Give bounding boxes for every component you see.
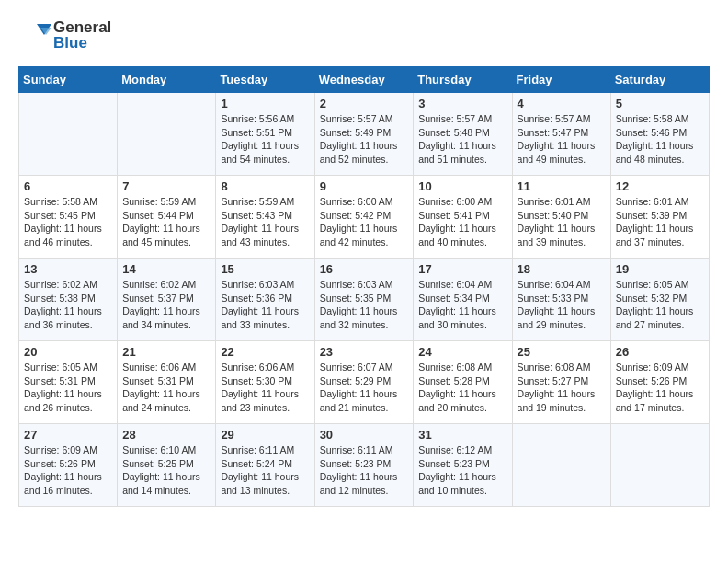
day-cell: 30Sunrise: 6:11 AMSunset: 5:23 PMDayligh… [314,424,414,507]
day-number: 14 [122,262,210,276]
week-row-1: 1Sunrise: 5:56 AMSunset: 5:51 PMDaylight… [19,93,710,176]
day-cell: 20Sunrise: 6:05 AMSunset: 5:31 PMDayligh… [19,341,118,424]
day-cell: 7Sunrise: 5:59 AMSunset: 5:44 PMDaylight… [118,176,216,259]
day-cell: 15Sunrise: 6:03 AMSunset: 5:36 PMDayligh… [216,259,314,341]
day-info: Sunrise: 5:58 AMSunset: 5:46 PMDaylight:… [616,112,704,167]
day-info: Sunrise: 5:57 AMSunset: 5:49 PMDaylight:… [320,112,409,167]
week-row-4: 20Sunrise: 6:05 AMSunset: 5:31 PMDayligh… [19,341,710,424]
day-cell: 4Sunrise: 5:57 AMSunset: 5:47 PMDaylight… [512,93,610,176]
day-number: 16 [320,262,409,276]
day-info: Sunrise: 6:00 AMSunset: 5:41 PMDaylight:… [418,195,506,249]
header-thursday: Thursday [414,67,512,93]
day-cell: 17Sunrise: 6:04 AMSunset: 5:34 PMDayligh… [414,259,512,341]
day-cell [610,424,709,507]
page-header: General Blue [18,18,710,52]
day-number: 1 [221,97,309,110]
day-cell: 2Sunrise: 5:57 AMSunset: 5:49 PMDaylight… [314,93,414,176]
day-cell: 12Sunrise: 6:01 AMSunset: 5:39 PMDayligh… [610,176,709,259]
day-number: 10 [418,179,506,193]
day-info: Sunrise: 6:02 AMSunset: 5:38 PMDaylight:… [24,278,112,332]
day-number: 26 [616,345,704,359]
day-cell: 14Sunrise: 6:02 AMSunset: 5:37 PMDayligh… [118,259,216,341]
day-info: Sunrise: 6:11 AMSunset: 5:24 PMDaylight:… [221,443,309,498]
logo-blue: Blue [53,34,87,52]
day-info: Sunrise: 6:01 AMSunset: 5:39 PMDaylight:… [616,195,704,249]
week-row-2: 6Sunrise: 5:58 AMSunset: 5:45 PMDaylight… [19,176,710,259]
day-number: 22 [221,345,309,359]
day-info: Sunrise: 6:08 AMSunset: 5:28 PMDaylight:… [418,361,506,415]
day-number: 15 [221,262,309,276]
day-cell: 28Sunrise: 6:10 AMSunset: 5:25 PMDayligh… [118,424,216,507]
day-info: Sunrise: 5:59 AMSunset: 5:44 PMDaylight:… [122,195,210,249]
day-info: Sunrise: 6:06 AMSunset: 5:31 PMDaylight:… [122,361,210,415]
day-info: Sunrise: 6:08 AMSunset: 5:27 PMDaylight:… [518,361,606,415]
day-number: 20 [24,345,112,359]
day-cell: 8Sunrise: 5:59 AMSunset: 5:43 PMDaylight… [216,176,314,259]
calendar-table: SundayMondayTuesdayWednesdayThursdayFrid… [18,66,710,507]
day-number: 30 [320,428,409,442]
day-number: 27 [24,428,112,442]
day-cell: 21Sunrise: 6:06 AMSunset: 5:31 PMDayligh… [118,341,216,424]
day-info: Sunrise: 6:05 AMSunset: 5:31 PMDaylight:… [24,361,112,415]
day-cell: 3Sunrise: 5:57 AMSunset: 5:48 PMDaylight… [414,93,512,176]
day-info: Sunrise: 6:03 AMSunset: 5:35 PMDaylight:… [320,278,409,332]
day-number: 9 [320,179,409,193]
day-number: 4 [518,97,606,110]
day-info: Sunrise: 6:09 AMSunset: 5:26 PMDaylight:… [616,361,704,415]
day-number: 3 [418,97,506,110]
day-number: 2 [320,97,409,110]
day-info: Sunrise: 6:00 AMSunset: 5:42 PMDaylight:… [320,195,409,249]
day-cell: 6Sunrise: 5:58 AMSunset: 5:45 PMDaylight… [19,176,118,259]
day-info: Sunrise: 6:03 AMSunset: 5:36 PMDaylight:… [221,278,309,332]
day-info: Sunrise: 6:04 AMSunset: 5:33 PMDaylight:… [518,278,606,332]
day-cell: 31Sunrise: 6:12 AMSunset: 5:23 PMDayligh… [414,424,512,507]
day-info: Sunrise: 6:11 AMSunset: 5:23 PMDaylight:… [320,443,409,498]
day-cell [512,424,610,507]
logo-bird-icon [18,18,51,52]
day-cell: 11Sunrise: 6:01 AMSunset: 5:40 PMDayligh… [512,176,610,259]
day-info: Sunrise: 6:12 AMSunset: 5:23 PMDaylight:… [418,443,506,498]
day-info: Sunrise: 6:04 AMSunset: 5:34 PMDaylight:… [418,278,506,332]
day-cell: 26Sunrise: 6:09 AMSunset: 5:26 PMDayligh… [610,341,709,424]
day-number: 11 [518,179,606,193]
day-cell: 5Sunrise: 5:58 AMSunset: 5:46 PMDaylight… [610,93,709,176]
day-cell: 19Sunrise: 6:05 AMSunset: 5:32 PMDayligh… [610,259,709,341]
day-cell: 13Sunrise: 6:02 AMSunset: 5:38 PMDayligh… [19,259,118,341]
day-info: Sunrise: 5:59 AMSunset: 5:43 PMDaylight:… [221,195,309,249]
header-friday: Friday [512,67,610,93]
day-cell: 27Sunrise: 6:09 AMSunset: 5:26 PMDayligh… [19,424,118,507]
day-number: 6 [24,179,112,193]
day-info: Sunrise: 5:58 AMSunset: 5:45 PMDaylight:… [24,195,112,249]
day-info: Sunrise: 6:06 AMSunset: 5:30 PMDaylight:… [221,361,309,415]
day-number: 21 [122,345,210,359]
day-number: 18 [518,262,606,276]
week-row-3: 13Sunrise: 6:02 AMSunset: 5:38 PMDayligh… [19,259,710,341]
day-cell: 25Sunrise: 6:08 AMSunset: 5:27 PMDayligh… [512,341,610,424]
day-cell: 9Sunrise: 6:00 AMSunset: 5:42 PMDaylight… [314,176,414,259]
day-cell [118,93,216,176]
day-cell: 16Sunrise: 6:03 AMSunset: 5:35 PMDayligh… [314,259,414,341]
day-cell: 22Sunrise: 6:06 AMSunset: 5:30 PMDayligh… [216,341,314,424]
day-info: Sunrise: 6:10 AMSunset: 5:25 PMDaylight:… [122,443,210,498]
day-number: 12 [616,179,704,193]
day-number: 7 [122,179,210,193]
day-number: 25 [518,345,606,359]
day-info: Sunrise: 6:09 AMSunset: 5:26 PMDaylight:… [24,443,112,498]
day-number: 31 [418,428,506,442]
logo-container: General Blue [18,18,111,52]
header-sunday: Sunday [19,67,118,93]
week-row-5: 27Sunrise: 6:09 AMSunset: 5:26 PMDayligh… [19,424,710,507]
day-info: Sunrise: 6:02 AMSunset: 5:37 PMDaylight:… [122,278,210,332]
day-number: 17 [418,262,506,276]
day-cell: 10Sunrise: 6:00 AMSunset: 5:41 PMDayligh… [414,176,512,259]
day-number: 8 [221,179,309,193]
day-number: 28 [122,428,210,442]
day-info: Sunrise: 6:07 AMSunset: 5:29 PMDaylight:… [320,361,409,415]
day-cell: 29Sunrise: 6:11 AMSunset: 5:24 PMDayligh… [216,424,314,507]
day-cell: 23Sunrise: 6:07 AMSunset: 5:29 PMDayligh… [314,341,414,424]
day-info: Sunrise: 5:56 AMSunset: 5:51 PMDaylight:… [221,112,309,167]
calendar-header-row: SundayMondayTuesdayWednesdayThursdayFrid… [19,67,710,93]
day-cell: 18Sunrise: 6:04 AMSunset: 5:33 PMDayligh… [512,259,610,341]
day-number: 29 [221,428,309,442]
day-number: 13 [24,262,112,276]
